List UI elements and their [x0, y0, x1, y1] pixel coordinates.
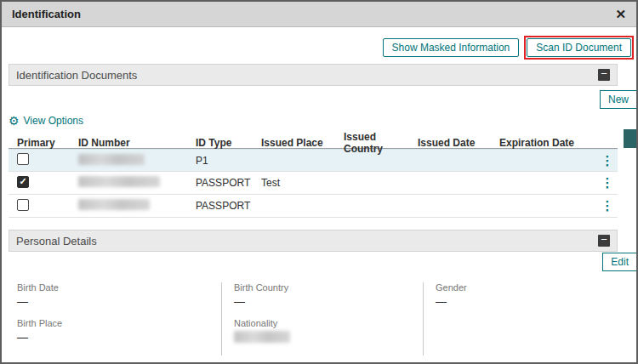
personal-details-section-header: Personal Details −: [9, 230, 618, 252]
col-header-primary: Primary: [17, 137, 78, 149]
red-annotation-box: Scan ID Document: [524, 36, 634, 60]
id-type-cell: P1: [196, 155, 261, 167]
primary-checkbox[interactable]: [17, 153, 29, 165]
identification-modal: Identification ✕ Show Masked Information…: [0, 0, 638, 364]
table-header-row: Primary ID Number ID Type Issued Place I…: [9, 131, 618, 149]
identification-documents-section-header: Identification Documents −: [9, 64, 618, 86]
table-row[interactable]: PASSPORT Test ⋮: [9, 172, 618, 195]
gender-value: —: [436, 295, 618, 308]
birth-place-field: Birth Place —: [17, 318, 221, 344]
primary-cell: [17, 199, 78, 213]
gender-label: Gender: [436, 282, 618, 293]
birth-country-value: —: [234, 295, 423, 308]
id-number-cell: [78, 154, 196, 168]
masked-id-number: [78, 176, 160, 187]
identification-documents-title: Identification Documents: [16, 69, 137, 82]
row-menu-kebab-icon[interactable]: ⋮: [597, 153, 618, 168]
new-button[interactable]: New: [600, 90, 636, 109]
id-type-cell: PASSPORT: [196, 177, 261, 189]
primary-checkbox[interactable]: [17, 199, 29, 211]
personal-column-1: Birth Date — Birth Place —: [9, 282, 221, 355]
nationality-field: Nationality: [234, 318, 423, 345]
birth-date-label: Birth Date: [17, 282, 221, 293]
masked-nationality: [234, 331, 290, 343]
id-type-cell: PASSPORT: [196, 200, 261, 212]
collapse-personal-icon[interactable]: −: [598, 235, 610, 247]
personal-details-title: Personal Details: [16, 235, 97, 247]
birth-country-label: Birth Country: [234, 282, 423, 293]
modal-title: Identification: [12, 8, 81, 20]
table-row[interactable]: PASSPORT ⋮: [9, 195, 618, 218]
scan-id-document-button[interactable]: Scan ID Document: [527, 38, 631, 57]
view-options-link[interactable]: View Options: [24, 115, 83, 127]
gender-field: Gender —: [436, 282, 618, 308]
id-number-cell: [78, 176, 196, 190]
show-masked-information-button[interactable]: Show Masked Information: [383, 38, 520, 57]
birth-date-field: Birth Date —: [17, 282, 221, 308]
edit-button[interactable]: Edit: [602, 253, 636, 271]
col-header-expiration-date: Expiration Date: [499, 137, 597, 149]
table-header-corner-button[interactable]: [624, 129, 636, 148]
col-header-id-type: ID Type: [196, 137, 261, 149]
gear-icon[interactable]: ⚙: [9, 115, 20, 127]
birth-place-value: —: [17, 331, 221, 344]
issued-place-cell: Test: [261, 177, 344, 189]
row-menu-kebab-icon[interactable]: ⋮: [597, 175, 618, 191]
top-actions: Show Masked Information Scan ID Document: [2, 37, 636, 58]
table-row[interactable]: P1 ⋮: [9, 149, 618, 172]
col-header-issued-date: Issued Date: [418, 137, 499, 149]
col-header-issued-place: Issued Place: [261, 137, 344, 149]
documents-body: ⚙ View Options Primary ID Number ID Type…: [9, 113, 618, 218]
nationality-value: [234, 331, 423, 345]
masked-id-number: [78, 199, 150, 210]
personal-details-body: Birth Date — Birth Place — Birth Country…: [9, 252, 618, 355]
birth-place-label: Birth Place: [17, 318, 221, 328]
row-menu-kebab-icon[interactable]: ⋮: [597, 198, 618, 213]
col-header-issued-country: Issued Country: [344, 131, 418, 155]
modal-titlebar: Identification ✕: [2, 2, 636, 27]
primary-cell: [17, 176, 78, 191]
birth-country-field: Birth Country —: [234, 282, 423, 308]
col-header-id-number: ID Number: [78, 137, 196, 149]
close-icon[interactable]: ✕: [615, 8, 626, 20]
personal-column-2: Birth Country — Nationality: [221, 282, 423, 355]
view-options: ⚙ View Options: [9, 113, 618, 128]
collapse-documents-icon[interactable]: −: [598, 69, 610, 81]
birth-date-value: —: [17, 295, 221, 308]
nationality-label: Nationality: [234, 318, 423, 328]
personal-column-3: Gender —: [423, 282, 618, 355]
primary-cell: [17, 153, 78, 168]
primary-checkbox[interactable]: [17, 176, 29, 188]
id-number-cell: [78, 199, 196, 213]
masked-id-number: [78, 154, 145, 165]
